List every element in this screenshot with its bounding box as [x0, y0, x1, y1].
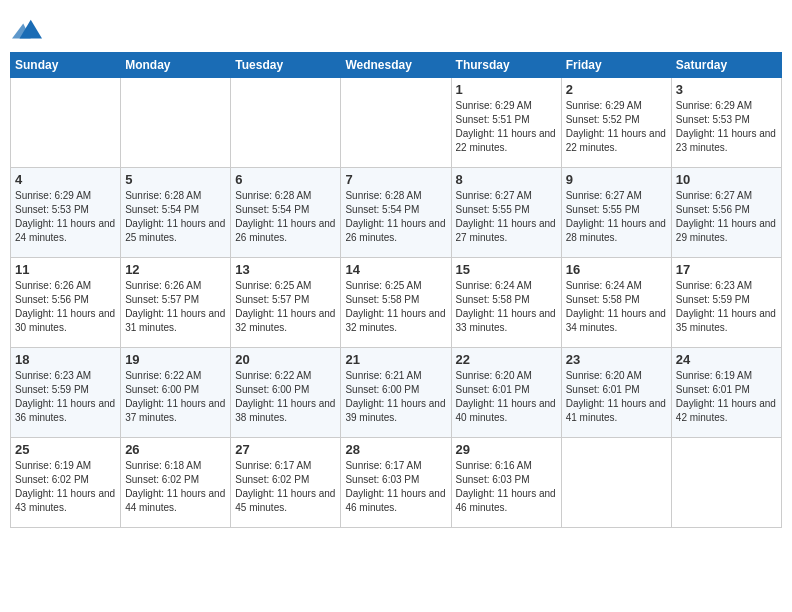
day-info: Sunrise: 6:25 AM Sunset: 5:57 PM Dayligh…	[235, 279, 336, 335]
day-number: 14	[345, 262, 446, 277]
calendar-cell: 17Sunrise: 6:23 AM Sunset: 5:59 PM Dayli…	[671, 258, 781, 348]
calendar-cell: 6Sunrise: 6:28 AM Sunset: 5:54 PM Daylig…	[231, 168, 341, 258]
calendar-cell: 18Sunrise: 6:23 AM Sunset: 5:59 PM Dayli…	[11, 348, 121, 438]
calendar-cell: 20Sunrise: 6:22 AM Sunset: 6:00 PM Dayli…	[231, 348, 341, 438]
day-number: 15	[456, 262, 557, 277]
day-info: Sunrise: 6:29 AM Sunset: 5:53 PM Dayligh…	[676, 99, 777, 155]
day-number: 21	[345, 352, 446, 367]
page-header	[10, 10, 782, 44]
day-number: 16	[566, 262, 667, 277]
day-number: 13	[235, 262, 336, 277]
calendar-cell	[11, 78, 121, 168]
day-info: Sunrise: 6:22 AM Sunset: 6:00 PM Dayligh…	[125, 369, 226, 425]
day-info: Sunrise: 6:20 AM Sunset: 6:01 PM Dayligh…	[566, 369, 667, 425]
calendar-cell: 24Sunrise: 6:19 AM Sunset: 6:01 PM Dayli…	[671, 348, 781, 438]
calendar-cell: 27Sunrise: 6:17 AM Sunset: 6:02 PM Dayli…	[231, 438, 341, 528]
day-number: 8	[456, 172, 557, 187]
day-info: Sunrise: 6:28 AM Sunset: 5:54 PM Dayligh…	[235, 189, 336, 245]
day-info: Sunrise: 6:26 AM Sunset: 5:56 PM Dayligh…	[15, 279, 116, 335]
day-info: Sunrise: 6:21 AM Sunset: 6:00 PM Dayligh…	[345, 369, 446, 425]
calendar-week-row: 11Sunrise: 6:26 AM Sunset: 5:56 PM Dayli…	[11, 258, 782, 348]
day-number: 28	[345, 442, 446, 457]
day-info: Sunrise: 6:22 AM Sunset: 6:00 PM Dayligh…	[235, 369, 336, 425]
day-number: 24	[676, 352, 777, 367]
day-info: Sunrise: 6:25 AM Sunset: 5:58 PM Dayligh…	[345, 279, 446, 335]
day-number: 22	[456, 352, 557, 367]
day-info: Sunrise: 6:17 AM Sunset: 6:03 PM Dayligh…	[345, 459, 446, 515]
calendar-cell: 21Sunrise: 6:21 AM Sunset: 6:00 PM Dayli…	[341, 348, 451, 438]
calendar-cell: 4Sunrise: 6:29 AM Sunset: 5:53 PM Daylig…	[11, 168, 121, 258]
calendar-cell: 11Sunrise: 6:26 AM Sunset: 5:56 PM Dayli…	[11, 258, 121, 348]
day-info: Sunrise: 6:29 AM Sunset: 5:52 PM Dayligh…	[566, 99, 667, 155]
calendar-cell: 29Sunrise: 6:16 AM Sunset: 6:03 PM Dayli…	[451, 438, 561, 528]
calendar-week-row: 25Sunrise: 6:19 AM Sunset: 6:02 PM Dayli…	[11, 438, 782, 528]
day-info: Sunrise: 6:19 AM Sunset: 6:02 PM Dayligh…	[15, 459, 116, 515]
day-number: 19	[125, 352, 226, 367]
calendar-cell	[671, 438, 781, 528]
calendar-cell: 19Sunrise: 6:22 AM Sunset: 6:00 PM Dayli…	[121, 348, 231, 438]
weekday-header: Wednesday	[341, 53, 451, 78]
weekday-header: Saturday	[671, 53, 781, 78]
day-info: Sunrise: 6:26 AM Sunset: 5:57 PM Dayligh…	[125, 279, 226, 335]
calendar-cell: 13Sunrise: 6:25 AM Sunset: 5:57 PM Dayli…	[231, 258, 341, 348]
calendar-cell	[561, 438, 671, 528]
calendar-cell: 1Sunrise: 6:29 AM Sunset: 5:51 PM Daylig…	[451, 78, 561, 168]
calendar-week-row: 18Sunrise: 6:23 AM Sunset: 5:59 PM Dayli…	[11, 348, 782, 438]
day-info: Sunrise: 6:29 AM Sunset: 5:53 PM Dayligh…	[15, 189, 116, 245]
weekday-header: Thursday	[451, 53, 561, 78]
calendar-week-row: 4Sunrise: 6:29 AM Sunset: 5:53 PM Daylig…	[11, 168, 782, 258]
day-number: 6	[235, 172, 336, 187]
weekday-header: Monday	[121, 53, 231, 78]
calendar-cell: 15Sunrise: 6:24 AM Sunset: 5:58 PM Dayli…	[451, 258, 561, 348]
day-info: Sunrise: 6:19 AM Sunset: 6:01 PM Dayligh…	[676, 369, 777, 425]
day-number: 18	[15, 352, 116, 367]
day-info: Sunrise: 6:27 AM Sunset: 5:56 PM Dayligh…	[676, 189, 777, 245]
calendar-cell: 8Sunrise: 6:27 AM Sunset: 5:55 PM Daylig…	[451, 168, 561, 258]
day-number: 12	[125, 262, 226, 277]
calendar-cell: 14Sunrise: 6:25 AM Sunset: 5:58 PM Dayli…	[341, 258, 451, 348]
day-info: Sunrise: 6:29 AM Sunset: 5:51 PM Dayligh…	[456, 99, 557, 155]
day-number: 26	[125, 442, 226, 457]
calendar-cell: 9Sunrise: 6:27 AM Sunset: 5:55 PM Daylig…	[561, 168, 671, 258]
day-number: 17	[676, 262, 777, 277]
day-number: 29	[456, 442, 557, 457]
day-info: Sunrise: 6:23 AM Sunset: 5:59 PM Dayligh…	[676, 279, 777, 335]
day-info: Sunrise: 6:28 AM Sunset: 5:54 PM Dayligh…	[125, 189, 226, 245]
calendar-cell	[121, 78, 231, 168]
day-info: Sunrise: 6:16 AM Sunset: 6:03 PM Dayligh…	[456, 459, 557, 515]
day-number: 2	[566, 82, 667, 97]
calendar-cell: 25Sunrise: 6:19 AM Sunset: 6:02 PM Dayli…	[11, 438, 121, 528]
day-number: 3	[676, 82, 777, 97]
calendar-cell: 12Sunrise: 6:26 AM Sunset: 5:57 PM Dayli…	[121, 258, 231, 348]
day-info: Sunrise: 6:23 AM Sunset: 5:59 PM Dayligh…	[15, 369, 116, 425]
calendar-cell: 5Sunrise: 6:28 AM Sunset: 5:54 PM Daylig…	[121, 168, 231, 258]
calendar-header-row: SundayMondayTuesdayWednesdayThursdayFrid…	[11, 53, 782, 78]
day-number: 23	[566, 352, 667, 367]
calendar-table: SundayMondayTuesdayWednesdayThursdayFrid…	[10, 52, 782, 528]
calendar-cell: 26Sunrise: 6:18 AM Sunset: 6:02 PM Dayli…	[121, 438, 231, 528]
day-info: Sunrise: 6:20 AM Sunset: 6:01 PM Dayligh…	[456, 369, 557, 425]
weekday-header: Tuesday	[231, 53, 341, 78]
day-number: 25	[15, 442, 116, 457]
day-number: 10	[676, 172, 777, 187]
calendar-cell: 10Sunrise: 6:27 AM Sunset: 5:56 PM Dayli…	[671, 168, 781, 258]
calendar-week-row: 1Sunrise: 6:29 AM Sunset: 5:51 PM Daylig…	[11, 78, 782, 168]
logo-icon	[12, 14, 42, 44]
day-number: 11	[15, 262, 116, 277]
day-number: 9	[566, 172, 667, 187]
day-number: 5	[125, 172, 226, 187]
calendar-cell	[341, 78, 451, 168]
logo	[10, 14, 42, 44]
calendar-cell: 3Sunrise: 6:29 AM Sunset: 5:53 PM Daylig…	[671, 78, 781, 168]
day-info: Sunrise: 6:24 AM Sunset: 5:58 PM Dayligh…	[456, 279, 557, 335]
calendar-cell: 28Sunrise: 6:17 AM Sunset: 6:03 PM Dayli…	[341, 438, 451, 528]
day-number: 4	[15, 172, 116, 187]
calendar-cell: 7Sunrise: 6:28 AM Sunset: 5:54 PM Daylig…	[341, 168, 451, 258]
weekday-header: Friday	[561, 53, 671, 78]
day-number: 7	[345, 172, 446, 187]
day-info: Sunrise: 6:18 AM Sunset: 6:02 PM Dayligh…	[125, 459, 226, 515]
day-number: 27	[235, 442, 336, 457]
calendar-cell: 23Sunrise: 6:20 AM Sunset: 6:01 PM Dayli…	[561, 348, 671, 438]
day-info: Sunrise: 6:27 AM Sunset: 5:55 PM Dayligh…	[566, 189, 667, 245]
day-number: 1	[456, 82, 557, 97]
